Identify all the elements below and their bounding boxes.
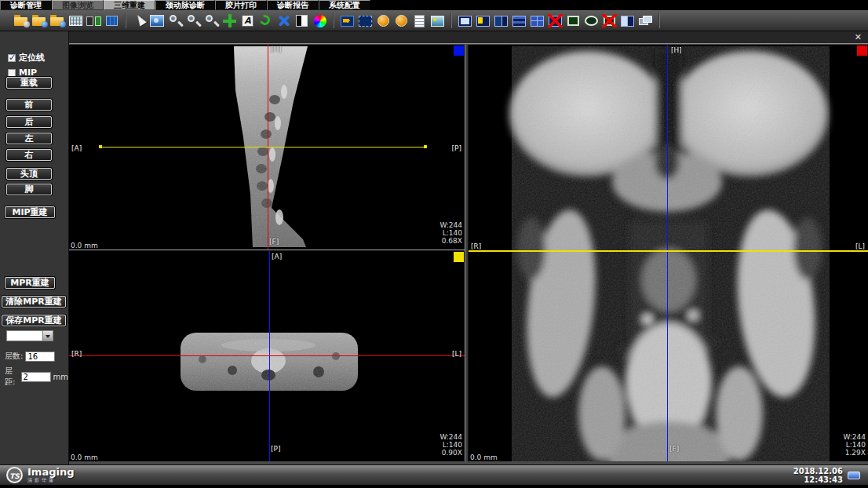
menu-tab-6[interactable]: 诊断报告 bbox=[267, 0, 319, 10]
zoom-value: 0.68X bbox=[439, 237, 462, 245]
image-transfer-icon[interactable] bbox=[86, 13, 102, 29]
fit-window-icon[interactable] bbox=[275, 13, 292, 29]
layout-single-icon[interactable] bbox=[457, 13, 473, 29]
axial-corner-marker[interactable] bbox=[454, 252, 464, 262]
roi-rect-icon[interactable] bbox=[565, 13, 582, 29]
brand: TS Imaging 清影华康 bbox=[6, 467, 74, 483]
localizer-checkbox[interactable] bbox=[8, 54, 16, 62]
anterior-button[interactable]: 前 bbox=[6, 99, 52, 111]
menu-tab-3[interactable]: 三维重建 bbox=[104, 0, 155, 10]
sidebar: 定位线 MIP 重载 前后左右头顶脚 MIP重建 MPR重建 清除MPR重建 保… bbox=[0, 31, 69, 464]
mpr-rebuild-button[interactable]: MPR重建 bbox=[5, 277, 55, 289]
roi-clear-icon[interactable] bbox=[601, 13, 618, 29]
sagittal-crosshair-horizontal[interactable] bbox=[100, 147, 425, 147]
mpr-clear-button[interactable]: 清除MPR重建 bbox=[2, 296, 66, 308]
menu-tab-5[interactable]: 胶片打印 bbox=[215, 0, 267, 10]
send-to-film-icon[interactable] bbox=[339, 13, 356, 29]
level-value: L:140 bbox=[843, 441, 866, 449]
brand-subtitle: 清影华康 bbox=[27, 477, 74, 483]
toolbar-separator bbox=[125, 13, 126, 28]
menu-tab-4[interactable]: 颈动脉诊断 bbox=[155, 0, 215, 10]
cascade-windows-icon[interactable] bbox=[637, 13, 654, 29]
coronal-viewport[interactable]: [H] [R] [L] [F] W:244 L:140 1.29X 0.0 mm bbox=[469, 45, 868, 461]
window-level-icon[interactable] bbox=[149, 13, 166, 29]
open-patient-folder-icon[interactable] bbox=[13, 13, 30, 29]
zoom-region-icon[interactable] bbox=[185, 13, 202, 29]
menu-tab-2[interactable]: 图像浏览 bbox=[52, 0, 104, 10]
date-value: 2018.12.06 bbox=[793, 467, 843, 475]
orientation-label-right: [P] bbox=[452, 144, 461, 152]
coronal-crosshair-vertical[interactable] bbox=[667, 45, 668, 461]
axial-position: 0.0 mm bbox=[71, 453, 98, 461]
rotate-ccw-icon[interactable] bbox=[393, 13, 410, 29]
left-button[interactable]: 左 bbox=[6, 133, 52, 144]
crosshair-endpoint[interactable] bbox=[99, 145, 102, 148]
import-folder-icon[interactable] bbox=[31, 13, 48, 29]
toolbar-separator bbox=[658, 13, 660, 28]
invert-icon[interactable] bbox=[294, 13, 310, 29]
orientation-label-bottom: [F] bbox=[669, 445, 679, 453]
sagittal-viewport[interactable]: [H] [A] [P] [F] W:244 L:140 0.68X 0.0 mm bbox=[69, 45, 465, 249]
axial-mri-image bbox=[69, 251, 465, 461]
axial-crosshair-vertical[interactable] bbox=[269, 251, 270, 461]
zoom-icon[interactable] bbox=[167, 13, 184, 29]
menu-tab-7[interactable]: 系统配置 bbox=[319, 0, 370, 10]
foot-button[interactable]: 脚 bbox=[6, 184, 52, 195]
head-button[interactable]: 头顶 bbox=[6, 168, 52, 180]
axial-viewport[interactable]: [A] [R] [L] [P] W:244 L:140 0.90X 0.0 mm bbox=[69, 251, 465, 461]
layout-overlay-icon[interactable] bbox=[475, 13, 491, 29]
orientation-label-top: [H] bbox=[671, 46, 682, 54]
layout-2x2-icon[interactable] bbox=[529, 13, 545, 29]
localizer-checkbox-row[interactable]: 定位线 bbox=[8, 52, 45, 64]
report-icon[interactable] bbox=[411, 13, 428, 29]
viewport-header-strip: ✕ bbox=[69, 31, 868, 44]
refresh-icon[interactable] bbox=[257, 13, 274, 29]
coronal-crosshair-horizontal[interactable] bbox=[469, 250, 868, 252]
level-value: L:140 bbox=[439, 229, 462, 237]
slice-gap-input[interactable] bbox=[21, 372, 51, 382]
layout-2col-icon[interactable] bbox=[493, 13, 509, 29]
layout-columns-icon[interactable] bbox=[619, 13, 636, 29]
zoom-2x-icon[interactable] bbox=[203, 13, 220, 29]
orientation-label-top: [A] bbox=[272, 253, 282, 260]
archive-icon[interactable] bbox=[104, 13, 120, 29]
toolbar-separator bbox=[450, 13, 452, 28]
rotate-cw-icon[interactable] bbox=[375, 13, 392, 29]
close-icon[interactable]: ✕ bbox=[855, 32, 862, 43]
crosshair-endpoint[interactable] bbox=[424, 145, 427, 148]
viewport-area: ✕ bbox=[69, 31, 868, 464]
orientation-label-left: [A] bbox=[71, 144, 82, 152]
zoom-value: 1.29X bbox=[843, 449, 866, 457]
sagittal-corner-marker[interactable] bbox=[454, 46, 464, 56]
save-image-icon[interactable] bbox=[429, 13, 446, 29]
roi-ellipse-icon[interactable] bbox=[583, 13, 600, 29]
datetime: 2018.12.06 12:43:43 bbox=[793, 467, 843, 484]
mpr-save-button[interactable]: 保存MPR重建 bbox=[2, 315, 66, 326]
mip-checkbox[interactable] bbox=[8, 69, 16, 77]
pan-icon[interactable] bbox=[221, 13, 238, 29]
mip-rebuild-button[interactable]: MIP重建 bbox=[5, 206, 55, 218]
preset-dropdown[interactable] bbox=[6, 330, 53, 341]
menu-tab-1[interactable]: 诊断管理 bbox=[0, 0, 52, 10]
coronal-position: 0.0 mm bbox=[470, 453, 498, 461]
layout-rows-icon[interactable] bbox=[511, 13, 527, 29]
right-button[interactable]: 右 bbox=[6, 149, 52, 161]
coronal-mri-image bbox=[469, 45, 868, 461]
cursor-icon[interactable] bbox=[131, 13, 148, 29]
layout-clear-icon[interactable] bbox=[547, 13, 563, 29]
axial-crosshair-horizontal[interactable] bbox=[69, 355, 465, 356]
window-value: W:244 bbox=[439, 433, 462, 441]
coronal-corner-marker[interactable] bbox=[857, 46, 867, 56]
pseudo-color-icon[interactable] bbox=[312, 13, 328, 29]
dropdown-arrow-icon[interactable] bbox=[42, 331, 53, 341]
posterior-button[interactable]: 后 bbox=[6, 116, 52, 128]
film-icon[interactable] bbox=[357, 13, 374, 29]
worklist-icon[interactable] bbox=[67, 13, 84, 29]
toolbar bbox=[0, 10, 868, 31]
reload-button[interactable]: 重载 bbox=[6, 77, 52, 89]
export-folder-icon[interactable] bbox=[49, 13, 66, 29]
status-bar: TS Imaging 清影华康 2018.12.06 12:43:43 bbox=[0, 464, 868, 485]
orientation-label-right: [L] bbox=[452, 350, 461, 358]
annotation-icon[interactable] bbox=[239, 13, 256, 29]
slice-count-input[interactable] bbox=[25, 351, 55, 362]
